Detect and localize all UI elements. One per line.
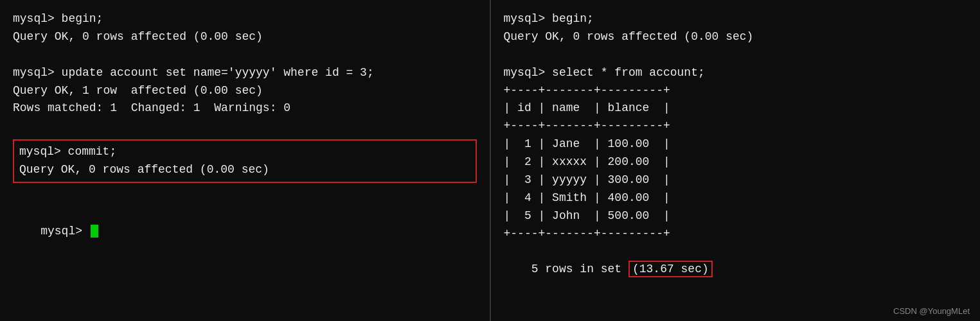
right-rows-text: 5 rows in set (531, 263, 628, 275)
left-line-5: Rows matched: 1 Changed: 1 Warnings: 0 (13, 100, 477, 117)
commit-highlight-box: mysql> commit; Query OK, 0 rows affected… (13, 139, 477, 183)
right-line-1: mysql> begin; (504, 10, 968, 28)
right-blank-1 (504, 46, 968, 64)
right-table-row-3: | 3 | yyyyy | 300.00 | (504, 171, 968, 189)
watermark-text: CSDN @YoungMLet (893, 306, 970, 316)
right-table-row-5: | 5 | John | 500.00 | (504, 207, 968, 225)
time-highlight-box: (13.67 sec) (628, 261, 713, 277)
left-line-2: Query OK, 0 rows affected (0.00 sec) (13, 28, 477, 46)
right-table-sep-2: +----+-------+---------+ (504, 117, 968, 135)
right-table-row-2: | 2 | xxxxx | 200.00 | (504, 153, 968, 171)
left-cursor (91, 225, 98, 238)
left-blank-3 (13, 187, 477, 205)
left-commit-result: Query OK, 0 rows affected (0.00 sec) (19, 161, 470, 179)
left-terminal-panel: mysql> begin; Query OK, 0 rows affected … (0, 0, 491, 321)
right-line-2: Query OK, 0 rows affected (0.00 sec) (504, 28, 968, 46)
left-line-4: Query OK, 1 row affected (0.00 sec) (13, 82, 477, 100)
left-prompt-line: mysql> (13, 205, 477, 259)
left-blank-2 (13, 117, 477, 135)
right-table-sep-3: +----+-------+---------+ (504, 225, 968, 243)
right-table-header: | id | name | blance | (504, 100, 968, 117)
right-rows-line: 5 rows in set (13.67 sec) (504, 243, 968, 297)
left-blank-1 (13, 46, 477, 64)
right-table-sep-1: +----+-------+---------+ (504, 82, 968, 100)
right-table-row-1: | 1 | Jane | 100.00 | (504, 135, 968, 153)
left-line-3: mysql> update account set name='yyyyy' w… (13, 64, 477, 82)
right-table-row-4: | 4 | Smith | 400.00 | (504, 189, 968, 207)
right-select-line: mysql> select * from account; (504, 64, 968, 82)
left-prompt-text: mysql> (40, 225, 89, 238)
left-commit-line: mysql> commit; (19, 143, 470, 161)
left-line-1: mysql> begin; (13, 10, 477, 28)
right-terminal-panel: mysql> begin; Query OK, 0 rows affected … (491, 0, 981, 321)
